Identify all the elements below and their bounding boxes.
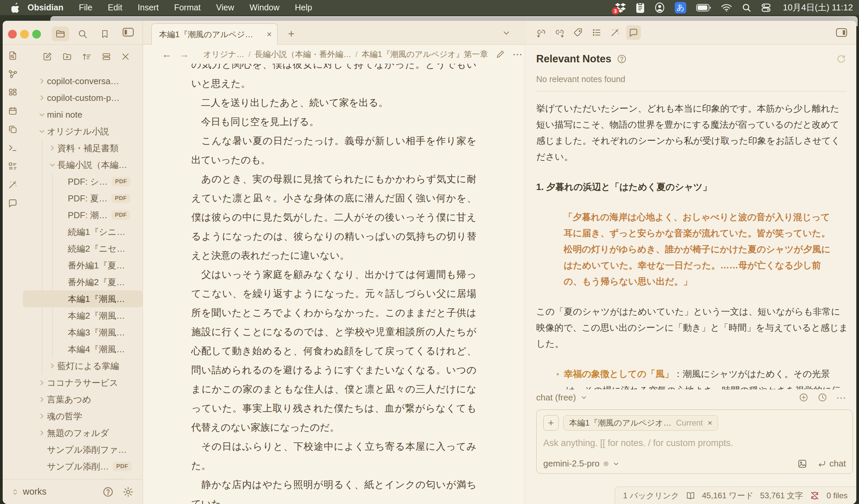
word-count[interactable]: 45,161 ワード xyxy=(702,490,753,501)
attach-image-icon[interactable] xyxy=(797,459,807,469)
vault-switcher-icon[interactable] xyxy=(11,488,19,496)
zoom-window-button[interactable] xyxy=(32,30,41,38)
calendar-icon[interactable] xyxy=(7,106,18,116)
tree-file[interactable]: 番外編2『夏… xyxy=(23,274,142,290)
spotlight-icon[interactable] xyxy=(742,3,751,12)
tree-folder[interactable]: copilot-conversa… xyxy=(23,73,142,90)
clipboard-icon[interactable] xyxy=(636,2,645,13)
collapse-right-sidebar-icon[interactable] xyxy=(835,27,848,38)
edit-mode-icon[interactable] xyxy=(496,50,505,59)
wand-icon[interactable] xyxy=(7,179,18,190)
menu-insert[interactable]: Insert xyxy=(130,3,166,12)
chevron-right-icon[interactable] xyxy=(37,428,47,438)
tree-file[interactable]: サンプル添削ファ… xyxy=(23,441,142,458)
chat-input-box[interactable]: + 本編1『潮風のアルペジオ… Current × Ask anything. … xyxy=(536,409,853,474)
tree-folder[interactable]: 無題のフォルダ xyxy=(23,425,142,441)
relevant-notes-help-icon[interactable] xyxy=(617,54,627,64)
file-recovery-icon[interactable] xyxy=(7,50,18,61)
chat-mode-selector[interactable]: chat (free) xyxy=(536,392,588,403)
tree-folder[interactable]: 言葉あつめ xyxy=(23,391,142,408)
remove-context-icon[interactable]: × xyxy=(708,418,712,428)
editor-content[interactable]: の気力と関心を、僕は彼女に対して持てなかった。どうでもいいと思えた。 二人を送り… xyxy=(143,64,525,504)
change-view-icon[interactable] xyxy=(101,52,111,62)
tree-folder[interactable]: 藍灯による掌編 xyxy=(23,358,142,374)
cards-view-icon[interactable] xyxy=(7,87,18,98)
menu-file[interactable]: File xyxy=(71,3,100,12)
more-options-icon[interactable]: ⋯ xyxy=(512,48,523,60)
breadcrumb-item[interactable]: 本編1『潮風のアルペジオ』第一章 xyxy=(362,49,488,60)
collapse-all-icon[interactable] xyxy=(121,52,130,61)
control-center-icon[interactable] xyxy=(762,3,771,12)
tree-file[interactable]: サンプル添削…PDF xyxy=(23,458,142,475)
wand-sparkles-icon[interactable] xyxy=(608,25,622,40)
send-chat-button[interactable]: chat xyxy=(817,458,846,469)
chevron-down-icon[interactable] xyxy=(47,160,57,170)
search-view-button[interactable] xyxy=(74,27,91,41)
chevron-right-icon[interactable] xyxy=(47,361,57,371)
account-icon[interactable] xyxy=(655,2,665,13)
tree-file[interactable]: 無題のファ…BASE xyxy=(23,475,142,479)
menu-view[interactable]: View xyxy=(208,3,242,12)
tree-file[interactable]: PDF: シ…PDF xyxy=(23,173,142,190)
model-selector[interactable]: gemini-2.5-pro xyxy=(543,458,620,469)
menu-clock[interactable]: 10月4日(土) 11:12 xyxy=(783,2,853,13)
tab-close-icon[interactable]: × xyxy=(263,29,272,40)
files-view-button[interactable] xyxy=(52,27,69,41)
tree-file[interactable]: 番外編1『夏… xyxy=(23,257,142,274)
menu-format[interactable]: Format xyxy=(166,3,208,12)
tree-folder[interactable]: copilot-custom-p… xyxy=(23,90,142,106)
tree-folder[interactable]: mini note xyxy=(23,106,142,123)
tree-file[interactable]: 続編1『シニ… xyxy=(23,223,142,240)
tree-folder[interactable]: ココナラサービス xyxy=(23,374,142,391)
task-list-icon[interactable] xyxy=(7,161,18,172)
breadcrumb-item[interactable]: オリジナ… xyxy=(204,49,244,60)
copilot-chat-icon[interactable] xyxy=(7,198,18,208)
sort-order-icon[interactable] xyxy=(81,52,92,62)
tree-file[interactable]: 本編4『潮風… xyxy=(23,341,142,358)
tree-folder[interactable]: 魂の哲学 xyxy=(23,408,142,425)
new-tab-button[interactable]: + xyxy=(283,26,300,42)
refresh-icon[interactable] xyxy=(836,54,846,64)
terminal-icon[interactable] xyxy=(7,142,18,153)
char-count[interactable]: 53,761 文字 xyxy=(760,490,803,501)
backlink-count[interactable]: 1 バックリンク xyxy=(623,490,679,501)
outline-icon[interactable] xyxy=(589,25,604,40)
nav-forward-icon[interactable]: → xyxy=(179,49,189,60)
settings-gear-icon[interactable] xyxy=(122,486,134,498)
context-chip[interactable]: 本編1『潮風のアルペジオ… Current × xyxy=(563,415,718,430)
collapse-left-sidebar-icon[interactable] xyxy=(122,27,134,38)
new-note-icon[interactable] xyxy=(42,52,52,62)
backlinks-icon[interactable] xyxy=(534,25,548,40)
menu-help[interactable]: Help xyxy=(287,3,320,12)
graph-view-icon[interactable] xyxy=(7,69,18,79)
chat-input-placeholder[interactable]: Ask anything. [[ for notes. / for custom… xyxy=(543,438,846,448)
vault-name[interactable]: works xyxy=(23,487,47,497)
outgoing-links-icon[interactable] xyxy=(552,25,567,40)
bookmarks-view-button[interactable] xyxy=(96,27,114,41)
tab-list-chevron-icon[interactable] xyxy=(502,28,511,37)
tree-file[interactable]: 本編3『潮風… xyxy=(23,324,142,341)
tree-folder[interactable]: 資料・補足書類 xyxy=(23,140,142,157)
minimize-window-button[interactable] xyxy=(20,30,29,38)
chat-more-icon[interactable]: ⋯ xyxy=(836,392,846,404)
chevron-right-icon[interactable] xyxy=(37,411,47,421)
add-context-button[interactable]: + xyxy=(543,415,559,430)
comments-icon[interactable] xyxy=(626,25,641,40)
menu-edit[interactable]: Edit xyxy=(100,3,130,12)
apple-menu-icon[interactable] xyxy=(11,3,20,13)
wifi-icon[interactable] xyxy=(721,3,732,12)
tree-file[interactable]: PDF: 潮…PDF xyxy=(23,207,142,223)
daily-notes-icon[interactable] xyxy=(7,124,18,135)
file-count[interactable]: 0 files xyxy=(827,491,848,500)
tags-icon[interactable] xyxy=(571,25,586,40)
chat-history-icon[interactable] xyxy=(817,392,827,403)
new-folder-icon[interactable] xyxy=(62,52,72,62)
tree-folder[interactable]: オリジナル小説 xyxy=(23,123,142,140)
new-chat-icon[interactable] xyxy=(799,392,809,403)
tab-active[interactable]: 本編1『潮風のアルペジ… × xyxy=(151,23,277,45)
dropbox-icon[interactable]: 3 xyxy=(615,3,626,13)
breadcrumb-item[interactable]: 長編小説（本編・番外編… xyxy=(255,49,351,60)
chevron-down-icon[interactable] xyxy=(37,126,47,137)
battery-icon[interactable] xyxy=(696,4,711,11)
tree-file[interactable]: 本編2『潮風… xyxy=(23,307,142,324)
